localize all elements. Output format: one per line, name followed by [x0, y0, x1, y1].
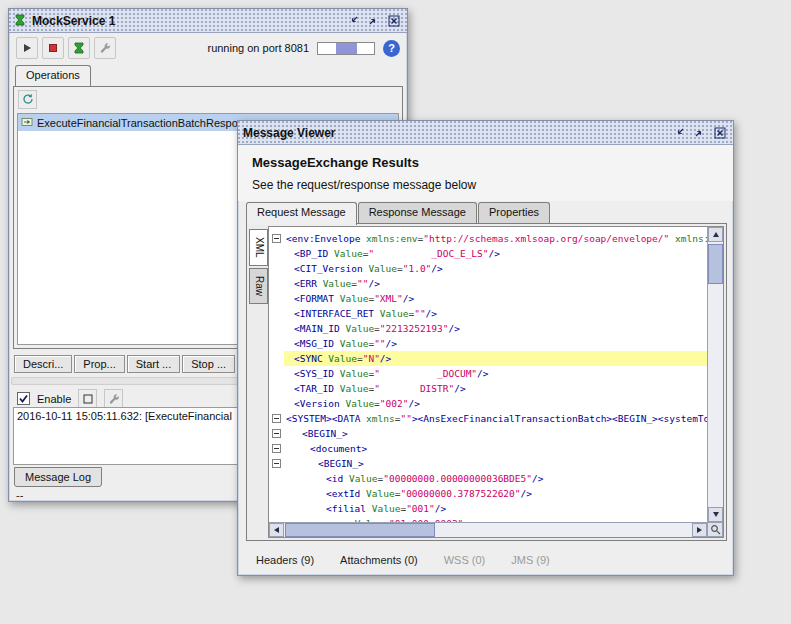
viewer-maximize-button[interactable]: [691, 125, 708, 140]
fold-collapse-icon[interactable]: [272, 429, 281, 438]
xml-line: <BEGIN_>: [284, 456, 707, 471]
fold-gutter-cell: [269, 246, 284, 261]
xml-line: <SYS_ID Value=" _DOCUM"/>: [284, 366, 707, 381]
message-viewer-window-controls: [671, 125, 728, 140]
tab-message-log[interactable]: Message Log: [14, 467, 102, 487]
mockservice-toolbar: running on port 8081 ?: [9, 33, 407, 63]
editor-view-tabs: XML Raw: [249, 226, 268, 538]
inspector-headers[interactable]: Headers (9): [254, 553, 316, 567]
xml-line: <document>: [284, 441, 707, 456]
wrench-icon: [99, 42, 111, 54]
scrollbar-right-button[interactable]: [692, 523, 707, 537]
mockservice-restore-button[interactable]: [345, 13, 362, 28]
tab-response-message[interactable]: Response Message: [358, 202, 477, 224]
fold-gutter-cell: [269, 396, 284, 411]
play-icon: [21, 42, 33, 54]
refresh-icon: [22, 93, 34, 105]
fold-gutter-cell: [269, 471, 284, 486]
start-script-button[interactable]: Start ...: [127, 355, 180, 373]
corner-button[interactable]: [707, 522, 723, 537]
horizontal-scrollbar[interactable]: [269, 522, 707, 537]
fold-gutter-cell: [269, 441, 284, 456]
fold-collapse-icon[interactable]: [272, 234, 281, 243]
mockservice-options-button[interactable]: [94, 37, 116, 59]
vertical-scrollbar[interactable]: [707, 227, 723, 522]
tab-raw[interactable]: Raw: [249, 268, 268, 304]
xml-line: <BEGIN_>: [284, 426, 707, 441]
clear-log-button[interactable]: [78, 389, 97, 408]
operations-tab-row: Operations: [15, 65, 91, 86]
fold-collapse-icon[interactable]: [272, 414, 281, 423]
operation-label: ExecuteFinancialTransactionBatchRespo: [37, 117, 238, 129]
stop-icon: [47, 42, 59, 54]
message-viewer-titlebar[interactable]: Message Viewer: [238, 121, 733, 145]
inspector-bar: Headers (9) Attachments (0) WSS (0) JMS …: [246, 547, 725, 573]
properties-button[interactable]: Prop...: [74, 355, 124, 373]
fold-gutter-cell: [269, 291, 284, 306]
stop-script-button[interactable]: Stop ...: [182, 355, 235, 373]
vertical-scrollbar-thumb[interactable]: [708, 244, 723, 284]
operation-icon: [21, 116, 33, 130]
viewer-close-button[interactable]: [711, 125, 728, 140]
fold-gutter-cell: [269, 351, 284, 366]
mockservice-close-button[interactable]: [385, 13, 402, 28]
tab-request-message[interactable]: Request Message: [246, 202, 357, 225]
xml-line: <id Value="00000000.00000000036BDE5"/>: [284, 471, 707, 486]
mockservice-title: MockService 1: [32, 14, 339, 28]
xml-line: <env:Envelope xmlns:env="http://schemas.…: [284, 231, 707, 246]
fold-collapse-icon[interactable]: [272, 459, 281, 468]
horizontal-scrollbar-thumb[interactable]: [285, 523, 435, 537]
mockservice-window-controls: [345, 13, 402, 28]
viewer-restore-button[interactable]: [671, 125, 688, 140]
operations-toolbar: [14, 87, 402, 111]
xml-code-area[interactable]: <env:Envelope xmlns:env="http://schemas.…: [284, 227, 707, 522]
fold-gutter-cell: [269, 321, 284, 336]
xml-line: <Version Value="002"/>: [284, 396, 707, 411]
inspector-attachments[interactable]: Attachments (0): [338, 553, 420, 567]
xml-line: <MSG_ID Value=""/>: [284, 336, 707, 351]
triangle-left-icon: [274, 527, 279, 533]
results-header: MessageExchange Results See the request/…: [238, 145, 733, 201]
enable-checkbox[interactable]: [17, 392, 30, 405]
message-viewer-title: Message Viewer: [243, 126, 665, 140]
refresh-operations-button[interactable]: [18, 90, 37, 109]
tab-properties[interactable]: Properties: [478, 202, 550, 224]
fold-gutter-cell: [269, 501, 284, 516]
xml-line: <INTERFACE_RET Value=""/>: [284, 306, 707, 321]
progress-fill: [336, 43, 356, 54]
xml-line: <ERR Value=""/>: [284, 276, 707, 291]
fold-gutter[interactable]: [269, 227, 284, 522]
results-title: MessageExchange Results: [252, 155, 719, 170]
port-status-label: running on port 8081: [207, 42, 309, 54]
xml-line: <MAIN_ID Value="2213252193"/>: [284, 321, 707, 336]
check-icon: [18, 393, 29, 404]
mockservice-progress-bar: [317, 42, 375, 55]
square-icon: [82, 393, 94, 405]
message-log-toolbar: Enable: [17, 389, 123, 408]
run-mockservice-button[interactable]: [16, 37, 38, 59]
scrollbar-down-button[interactable]: [708, 507, 723, 522]
xml-line: <SYSTEM><DATA xmlns=""><AnsExecFinancial…: [284, 411, 707, 426]
restore-icon: [348, 15, 359, 26]
fold-gutter-cell: [269, 456, 284, 471]
mockservice-titlebar[interactable]: MockService 1: [9, 9, 407, 33]
log-options-button[interactable]: [104, 389, 123, 408]
fold-gutter-cell: [269, 261, 284, 276]
maximize-icon: [694, 127, 705, 138]
scrollbar-left-button[interactable]: [269, 523, 284, 537]
tab-operations[interactable]: Operations: [15, 65, 91, 86]
description-button[interactable]: Descri...: [14, 355, 72, 373]
enable-label: Enable: [37, 393, 71, 405]
magnifier-icon: [710, 524, 721, 535]
restart-mockservice-button[interactable]: [68, 37, 90, 59]
mockservice-status-bar: --: [16, 489, 23, 501]
tab-xml[interactable]: XML: [249, 229, 268, 266]
help-button[interactable]: ?: [383, 40, 400, 57]
maximize-icon: [368, 15, 379, 26]
scrollbar-up-button[interactable]: [708, 227, 723, 242]
stop-mockservice-button[interactable]: [42, 37, 64, 59]
mockservice-maximize-button[interactable]: [365, 13, 382, 28]
fold-collapse-icon[interactable]: [272, 444, 281, 453]
fold-gutter-cell: [269, 276, 284, 291]
message-tabs: Request Message Response Message Propert…: [246, 202, 550, 224]
